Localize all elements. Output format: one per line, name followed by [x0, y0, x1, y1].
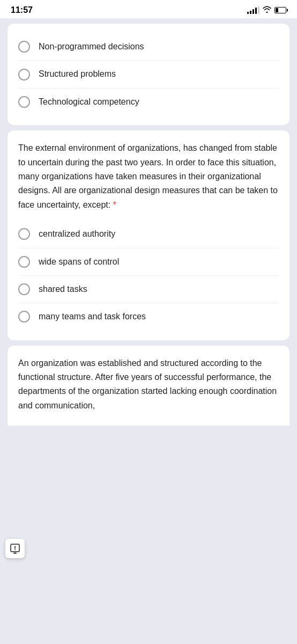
- status-time: 11:57: [11, 5, 33, 15]
- card-2: The external environment of organization…: [8, 130, 289, 340]
- list-item[interactable]: centralized authority: [18, 222, 279, 246]
- battery-icon: [274, 7, 286, 13]
- status-bar: 11:57: [0, 0, 297, 18]
- divider: [18, 88, 279, 89]
- strikethrough-coordination: coordination and communication,: [18, 386, 277, 409]
- list-item[interactable]: Non-programmed decisions: [18, 34, 279, 59]
- option-label-opt3: Technological competency: [39, 96, 139, 108]
- card-3: An organization was established and stru…: [8, 346, 289, 426]
- wifi-icon: [263, 6, 271, 14]
- card-1: Non-programmed decisions Structured prob…: [8, 24, 289, 125]
- alert-icon: [10, 543, 20, 554]
- divider: [18, 248, 279, 248]
- question-text: The external environment of organization…: [18, 141, 279, 212]
- option-label-opt2: Structured problems: [39, 68, 116, 80]
- option-label-q2opt4: many teams and task forces: [39, 311, 146, 323]
- list-item[interactable]: Structured problems: [18, 62, 279, 86]
- radio-button-q2opt3[interactable]: [18, 283, 30, 295]
- option-label-q2opt3: shared tasks: [39, 283, 87, 295]
- option-label-opt1: Non-programmed decisions: [39, 41, 144, 53]
- status-icons: [247, 6, 286, 14]
- required-star: *: [113, 200, 116, 209]
- option-label-q2opt1: centralized authority: [39, 228, 115, 240]
- divider: [18, 60, 279, 61]
- notification-button[interactable]: [5, 539, 25, 558]
- radio-button-q2opt4[interactable]: [18, 311, 30, 323]
- list-item[interactable]: shared tasks: [18, 277, 279, 302]
- list-item[interactable]: many teams and task forces: [18, 304, 279, 329]
- radio-button-opt2[interactable]: [18, 69, 30, 80]
- signal-icon: [247, 6, 259, 14]
- radio-button-q2opt1[interactable]: [18, 228, 30, 240]
- list-item[interactable]: wide spans of control: [18, 250, 279, 274]
- question-text-3: An organization was established and stru…: [18, 356, 279, 413]
- divider: [18, 275, 279, 276]
- divider: [18, 303, 279, 303]
- option-label-q2opt2: wide spans of control: [39, 256, 119, 268]
- radio-button-opt1[interactable]: [18, 41, 30, 53]
- svg-point-4: [14, 550, 16, 551]
- radio-button-q2opt2[interactable]: [18, 256, 30, 268]
- radio-button-opt3[interactable]: [18, 96, 30, 108]
- list-item[interactable]: Technological competency: [18, 90, 279, 114]
